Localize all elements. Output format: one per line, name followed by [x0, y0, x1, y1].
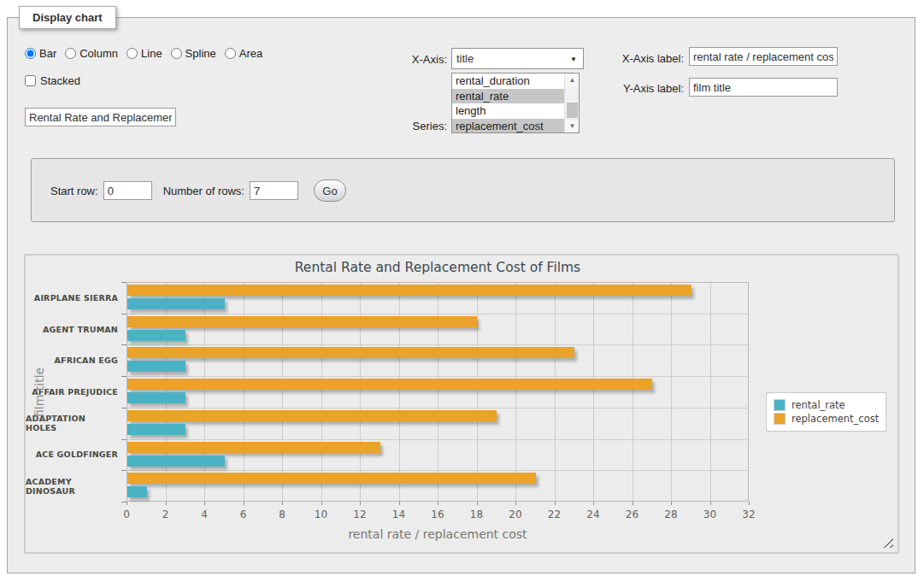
y-axis-tick-mark — [121, 502, 127, 503]
radio-line[interactable] — [127, 48, 138, 59]
go-button[interactable]: Go — [314, 179, 346, 202]
rows-panel: Start row: Number of rows: Go — [31, 158, 895, 222]
bar-rental-rate — [127, 298, 225, 309]
chart-type-spline[interactable]: Spline — [171, 47, 216, 60]
bar-rental-rate — [127, 456, 225, 467]
x-axis-select-label: X-Axis: — [368, 53, 447, 66]
chart-type-label: Spline — [185, 47, 216, 60]
stacked-option[interactable]: Stacked — [25, 74, 80, 87]
chart-type-label: Column — [79, 47, 118, 60]
x-axis-tick-mark — [671, 502, 672, 505]
x-axis-tick-mark — [360, 502, 361, 505]
x-axis-tick-label: 12 — [343, 509, 377, 520]
stacked-checkbox[interactable] — [25, 75, 36, 86]
chart-type-label: Bar — [39, 47, 56, 60]
series-option-replacement_cost[interactable]: replacement_cost — [452, 119, 579, 133]
bar-rental-rate — [127, 424, 185, 435]
x-axis-tick-mark — [166, 502, 167, 505]
x-axis-tick-label: 32 — [732, 509, 766, 520]
bar-rental-rate — [127, 330, 185, 341]
series-list-label: Series: — [368, 120, 447, 132]
series-scrollbar[interactable]: ▲ ▼ — [564, 73, 579, 132]
x-axis-tick-label: 24 — [576, 509, 610, 520]
x-axis-tick-label: 10 — [304, 509, 338, 520]
chart-panel: Rental Rate and Replacement Cost of Film… — [24, 254, 899, 554]
radio-spline[interactable] — [171, 48, 182, 59]
y-axis-label-label: Y-Axis label: — [598, 82, 684, 95]
x-axis-tick-mark — [204, 502, 205, 505]
number-of-rows-input[interactable] — [250, 181, 298, 200]
chart-type-label: Line — [141, 47, 162, 60]
series-option-rental_rate[interactable]: rental_rate — [452, 89, 579, 104]
x-axis-tick-mark — [321, 502, 322, 505]
legend-swatch-replacement_cost — [774, 413, 786, 425]
chart-title: Rental Rate and Replacement Cost of Film… — [127, 260, 749, 275]
legend-label: replacement_cost — [792, 413, 879, 425]
x-axis-tick-label: 8 — [265, 509, 299, 520]
series-option-length[interactable]: length — [452, 103, 579, 119]
radio-column[interactable] — [65, 48, 76, 59]
x-axis-tick-mark — [477, 502, 478, 505]
series-option-rental_duration[interactable]: rental_duration — [452, 73, 579, 89]
bar-replacement-cost — [127, 347, 574, 358]
number-of-rows-label: Number of rows: — [163, 185, 244, 197]
legend-label: rental_rate — [792, 399, 845, 411]
scrollbar-thumb[interactable] — [567, 103, 578, 118]
x-axis-title: rental rate / replacement cost — [127, 527, 749, 541]
chart-legend: rental_ratereplacement_cost — [766, 392, 886, 432]
bar-replacement-cost — [127, 473, 536, 484]
bar-replacement-cost — [127, 442, 380, 453]
x-axis-tick-mark — [282, 502, 283, 505]
chart-type-area[interactable]: Area — [225, 47, 262, 60]
x-axis-selected-value: title — [456, 52, 474, 65]
chart-type-column[interactable]: Column — [65, 47, 118, 60]
x-axis-tick-mark — [438, 502, 438, 505]
y-axis-label-input[interactable] — [689, 78, 838, 97]
x-axis-label-label: X-Axis label: — [598, 52, 684, 65]
chart-title-input[interactable] — [25, 108, 176, 126]
x-axis-tick-mark — [555, 502, 556, 505]
bar-replacement-cost — [127, 285, 692, 296]
x-axis-tick-label: 20 — [498, 509, 533, 520]
radio-bar[interactable] — [25, 48, 36, 59]
start-row-input[interactable] — [103, 181, 152, 200]
bar-chart: Rental Rate and Replacement Cost of Film… — [26, 256, 898, 552]
x-axis-tick-label: 6 — [227, 509, 261, 520]
radio-area[interactable] — [225, 48, 236, 59]
x-axis-tick-mark — [399, 502, 400, 505]
x-axis-tick-label: 28 — [654, 509, 688, 520]
series-options: rental_durationrental_ratelengthreplacem… — [452, 73, 579, 133]
start-row-label: Start row: — [50, 185, 98, 197]
x-axis-tick-label: 16 — [421, 509, 455, 520]
x-axis-tick-label: 14 — [382, 509, 416, 520]
x-axis-tick-label: 18 — [460, 509, 494, 520]
y-axis-title: film title — [32, 332, 46, 452]
x-axis-tick-label: 22 — [538, 509, 572, 520]
bar-rental-rate — [127, 486, 147, 497]
chevron-down-icon: ▼ — [570, 56, 577, 63]
x-axis-tick-label: 30 — [693, 509, 727, 520]
bar-replacement-cost — [127, 379, 652, 390]
bar-replacement-cost — [127, 410, 497, 421]
scroll-up-icon[interactable]: ▲ — [565, 73, 580, 86]
legend-row: rental_rate — [774, 399, 879, 411]
bar-replacement-cost — [127, 316, 477, 327]
x-axis-label-input[interactable] — [689, 47, 838, 66]
chart-type-radio-group: BarColumnLineSplineArea — [25, 47, 271, 60]
x-axis-tick-mark — [749, 502, 750, 505]
x-axis-tick-mark — [515, 502, 516, 505]
x-axis-tick-label: 4 — [187, 509, 221, 520]
category-label: ACADEMY DINOSAUR — [26, 470, 118, 502]
series-listbox[interactable]: rental_durationrental_ratelengthreplacem… — [451, 73, 580, 133]
chart-type-bar[interactable]: Bar — [25, 47, 56, 60]
bar-rental-rate — [127, 392, 185, 403]
x-axis-tick-mark — [633, 502, 633, 505]
legend-swatch-rental_rate — [774, 399, 786, 411]
chart-type-line[interactable]: Line — [127, 47, 162, 60]
scroll-down-icon[interactable]: ▼ — [565, 120, 580, 132]
x-axis-tick-mark — [593, 502, 594, 505]
x-axis-select[interactable]: title ▼ — [451, 48, 584, 69]
x-axis-tick-label: 26 — [615, 509, 650, 520]
x-axis-tick-label: 0 — [109, 509, 144, 520]
x-axis-tick-mark — [244, 502, 244, 505]
